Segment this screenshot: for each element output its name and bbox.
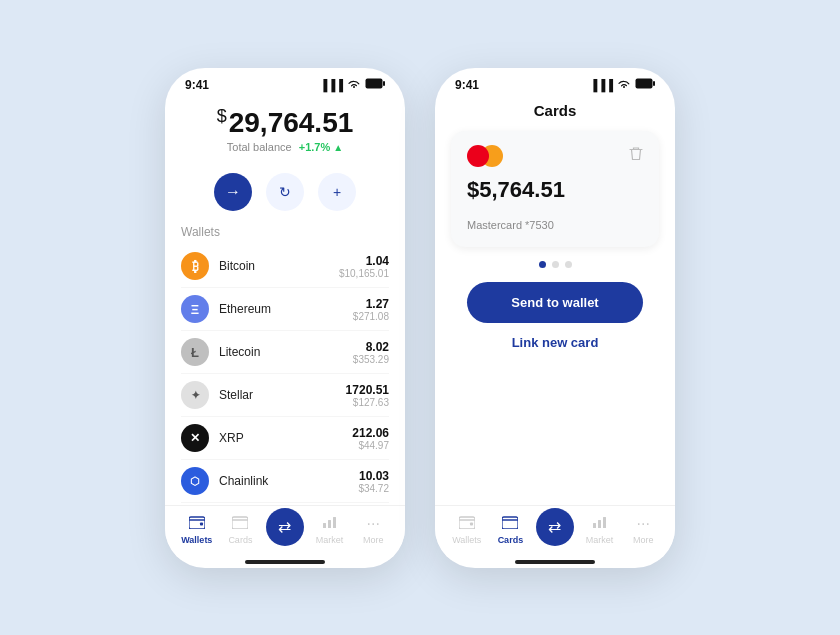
bitcoin-icon: ₿: [181, 252, 209, 280]
wallets-section: Wallets ₿ Bitcoin 1.04 $10,165.01 Ξ Ethe…: [165, 225, 405, 504]
wifi-icon-2: [617, 79, 631, 91]
wallet-item-litecoin[interactable]: Ł Litecoin 8.02 $353.29: [181, 331, 389, 374]
cards-nav-icon-2: [502, 515, 518, 533]
add-button[interactable]: +: [318, 173, 356, 211]
nav-wallets-2[interactable]: Wallets: [449, 515, 485, 545]
link-new-card-button[interactable]: Link new card: [435, 323, 675, 362]
phone-cards: 9:41 ▐▐▐ Cards: [435, 68, 675, 568]
more-nav-icon-1: ···: [367, 515, 380, 533]
status-bar-1: 9:41 ▐▐▐: [165, 68, 405, 96]
nav-more-2[interactable]: ··· More: [625, 515, 661, 545]
balance-label: Total balance +1.7% ▲: [185, 141, 385, 153]
card-header: [467, 145, 643, 167]
phone1-content: $29,764.51 Total balance +1.7% ▲ → ↻ + W…: [165, 96, 405, 568]
status-icons-1: ▐▐▐: [320, 78, 385, 91]
nav-center-1[interactable]: ⇄: [266, 508, 304, 546]
balance-amount: $29,764.51: [185, 106, 385, 140]
wallet-item-chainlink[interactable]: ⬡ Chainlink 10.03 $34.72: [181, 460, 389, 503]
battery-icon-1: [365, 78, 385, 91]
bitcoin-values: 1.04 $10,165.01: [339, 254, 389, 279]
dot-3: [565, 261, 572, 268]
wifi-icon-1: [347, 79, 361, 91]
stellar-name: Stellar: [219, 388, 346, 402]
ethereum-values: 1.27 $271.08: [353, 297, 389, 322]
xrp-icon: ✕: [181, 424, 209, 452]
xrp-amount: 212.06: [352, 426, 389, 440]
market-nav-icon-2: [592, 515, 608, 533]
nav-cards-2[interactable]: Cards: [492, 515, 528, 545]
balance-section: $29,764.51 Total balance +1.7% ▲: [165, 96, 405, 166]
home-indicator-2: [515, 560, 595, 564]
send-to-wallet-button[interactable]: Send to wallet: [467, 282, 643, 323]
send-btn-wrapper: Send to wallet: [435, 282, 675, 323]
spacer: [435, 362, 675, 505]
chainlink-name: Chainlink: [219, 474, 358, 488]
nav-wallets-label-1: Wallets: [181, 535, 212, 545]
battery-icon-2: [635, 78, 655, 91]
nav-wallets-1[interactable]: Wallets: [179, 515, 215, 545]
ethereum-usd: $271.08: [353, 311, 389, 322]
bitcoin-usd: $10,165.01: [339, 268, 389, 279]
arrow-up-icon: ▲: [333, 142, 343, 153]
phone-wallets: 9:41 ▐▐▐ $29,764.51 Total balance +1.7: [165, 68, 405, 568]
bottom-nav-2: Wallets Cards ⇄ Market ··· M: [435, 505, 675, 560]
chainlink-usd: $34.72: [358, 483, 389, 494]
wallet-item-ethereum[interactable]: Ξ Ethereum 1.27 $271.08: [181, 288, 389, 331]
page-title-cards: Cards: [435, 96, 675, 131]
stellar-usd: $127.63: [346, 397, 389, 408]
stellar-icon: ✦: [181, 381, 209, 409]
nav-center-2[interactable]: ⇄: [536, 508, 574, 546]
nav-more-1[interactable]: ··· More: [355, 515, 391, 545]
send-button[interactable]: →: [214, 173, 252, 211]
svg-rect-14: [598, 520, 601, 528]
credit-card: $5,764.51 Mastercard *7530: [451, 131, 659, 247]
litecoin-usd: $353.29: [353, 354, 389, 365]
card-area: $5,764.51 Mastercard *7530: [435, 131, 675, 247]
litecoin-amount: 8.02: [353, 340, 389, 354]
wallets-title: Wallets: [181, 225, 389, 239]
dollar-sign: $: [217, 106, 227, 126]
nav-cards-1[interactable]: Cards: [222, 515, 258, 545]
refresh-button[interactable]: ↻: [266, 173, 304, 211]
balance-change: +1.7%: [299, 141, 331, 153]
signal-icon-2: ▐▐▐: [590, 79, 613, 91]
card-balance: $5,764.51: [467, 177, 643, 203]
wallet-item-stellar[interactable]: ✦ Stellar 1720.51 $127.63: [181, 374, 389, 417]
nav-market-2[interactable]: Market: [582, 515, 618, 545]
litecoin-name: Litecoin: [219, 345, 353, 359]
svg-rect-15: [603, 517, 606, 528]
svg-rect-6: [328, 520, 331, 528]
ethereum-name: Ethereum: [219, 302, 353, 316]
xrp-usd: $44.97: [352, 440, 389, 451]
wallet-item-bitcoin[interactable]: ₿ Bitcoin 1.04 $10,165.01: [181, 245, 389, 288]
wallet-item-xrp[interactable]: ✕ XRP 212.06 $44.97: [181, 417, 389, 460]
market-nav-icon-1: [322, 515, 338, 533]
bitcoin-amount: 1.04: [339, 254, 389, 268]
nav-market-1[interactable]: Market: [312, 515, 348, 545]
status-time-2: 9:41: [455, 78, 479, 92]
svg-rect-11: [470, 522, 473, 525]
litecoin-values: 8.02 $353.29: [353, 340, 389, 365]
xrp-values: 212.06 $44.97: [352, 426, 389, 451]
stellar-values: 1720.51 $127.63: [346, 383, 389, 408]
card-dots: [435, 261, 675, 268]
ethereum-icon: Ξ: [181, 295, 209, 323]
dot-1: [539, 261, 546, 268]
delete-card-icon[interactable]: [629, 146, 643, 165]
stellar-amount: 1720.51: [346, 383, 389, 397]
signal-icon-1: ▐▐▐: [320, 79, 343, 91]
svg-rect-13: [593, 523, 596, 528]
svg-rect-8: [636, 79, 653, 89]
svg-rect-12: [502, 517, 518, 529]
svg-rect-3: [200, 522, 203, 525]
card-number: Mastercard *7530: [467, 219, 643, 231]
bottom-nav-1: Wallets Cards ⇄ Market ··· M: [165, 505, 405, 560]
cards-nav-icon-1: [232, 515, 248, 533]
nav-market-label-1: Market: [316, 535, 344, 545]
svg-rect-7: [333, 517, 336, 528]
dot-2: [552, 261, 559, 268]
litecoin-icon: Ł: [181, 338, 209, 366]
svg-rect-1: [383, 81, 385, 86]
mc-red-circle: [467, 145, 489, 167]
nav-more-label-1: More: [363, 535, 384, 545]
